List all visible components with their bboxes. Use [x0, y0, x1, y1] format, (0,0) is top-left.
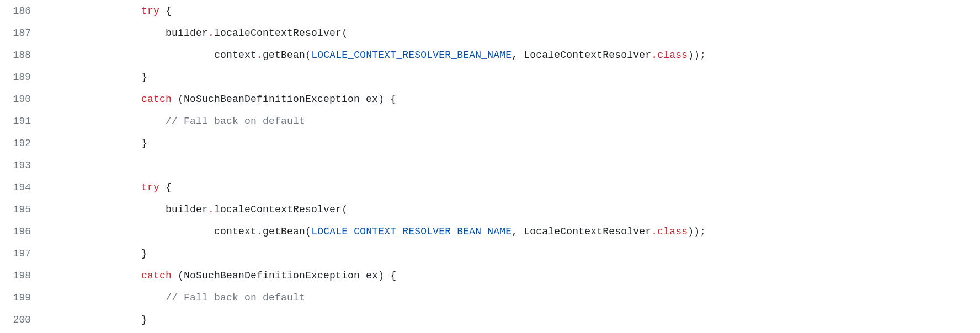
code-row[interactable]: 188 context.getBean(LOCALE_CONTEXT_RESOL… [0, 44, 980, 66]
code-line[interactable]: builder.localeContextResolver( [44, 22, 980, 44]
line-number[interactable]: 191 [0, 110, 44, 132]
tok-pun: , [512, 226, 524, 237]
line-number[interactable]: 186 [0, 0, 44, 22]
code-line[interactable] [44, 154, 980, 176]
code-row[interactable]: 200 } [0, 309, 980, 331]
code-row[interactable]: 196 context.getBean(LOCALE_CONTEXT_RESOL… [0, 221, 980, 243]
code-line[interactable]: context.getBean(LOCALE_CONTEXT_RESOLVER_… [44, 44, 980, 66]
tok-dot: . [208, 28, 214, 39]
tok-pun: { [159, 6, 172, 17]
code-line[interactable]: catch (NoSuchBeanDefinitionException ex)… [44, 88, 980, 110]
tok-pun: ( [305, 226, 311, 237]
code-row[interactable]: 199 // Fall back on default [0, 287, 980, 309]
tok-dot: . [257, 50, 263, 61]
tok-id: NoSuchBeanDefinitionException ex [184, 270, 378, 281]
tok-kw: class [657, 50, 688, 61]
tok-kw: catch [141, 94, 172, 105]
code-line[interactable]: try { [44, 0, 980, 22]
code-line[interactable]: // Fall back on default [44, 287, 980, 309]
tok-pun: ) { [378, 94, 396, 105]
tok-pun: ( [342, 28, 348, 39]
code-row[interactable]: 193 [0, 154, 980, 176]
code-row[interactable]: 194 try { [0, 176, 980, 198]
tok-pun: ( [172, 270, 184, 281]
code-line[interactable]: try { [44, 176, 980, 198]
code-row[interactable]: 195 builder.localeContextResolver( [0, 198, 980, 221]
tok-id: NoSuchBeanDefinitionException ex [184, 94, 378, 105]
tok-dot: . [208, 204, 214, 215]
tok-pun: ( [305, 50, 311, 61]
code-row[interactable]: 187 builder.localeContextResolver( [0, 22, 980, 44]
code-line[interactable]: } [44, 243, 980, 265]
tok-pun: ( [342, 204, 348, 215]
tok-pun: { [159, 182, 172, 193]
tok-kw: try [141, 6, 159, 17]
tok-pun: } [141, 138, 147, 149]
tok-pun: ( [172, 94, 184, 105]
tok-id: builder [166, 204, 208, 215]
line-number[interactable]: 199 [0, 287, 44, 309]
tok-id: localeContextResolver [214, 204, 342, 215]
line-number[interactable]: 189 [0, 66, 44, 88]
code-line[interactable]: catch (NoSuchBeanDefinitionException ex)… [44, 265, 980, 287]
code-row[interactable]: 198 catch (NoSuchBeanDefinitionException… [0, 265, 980, 287]
tok-id: LocaleContextResolver [524, 226, 651, 237]
tok-id: getBean [263, 50, 305, 61]
line-number[interactable]: 187 [0, 22, 44, 44]
tok-const: LOCALE_CONTEXT_RESOLVER_BEAN_NAME [311, 50, 512, 61]
line-number[interactable]: 192 [0, 132, 44, 154]
tok-id: context [214, 226, 257, 237]
tok-pun: } [141, 72, 147, 83]
tok-kw: try [141, 182, 159, 193]
code-row[interactable]: 186 try { [0, 0, 980, 22]
tok-id: LocaleContextResolver [524, 50, 651, 61]
tok-pun: ) { [378, 270, 396, 281]
line-number[interactable]: 195 [0, 198, 44, 221]
tok-cmt: // Fall back on default [166, 292, 305, 303]
tok-dot: . [651, 50, 657, 61]
tok-pun: )); [688, 226, 706, 237]
line-number[interactable]: 196 [0, 221, 44, 243]
code-row[interactable]: 189 } [0, 66, 980, 88]
tok-pun: } [141, 248, 147, 259]
code-block: 186 try {187 builder.localeContextResolv… [0, 0, 980, 331]
code-line[interactable]: } [44, 309, 980, 331]
code-line[interactable]: // Fall back on default [44, 110, 980, 132]
code-line[interactable]: context.getBean(LOCALE_CONTEXT_RESOLVER_… [44, 221, 980, 243]
line-number[interactable]: 188 [0, 44, 44, 66]
tok-id: getBean [263, 226, 305, 237]
tok-id: localeContextResolver [214, 28, 342, 39]
line-number[interactable]: 200 [0, 309, 44, 331]
tok-kw: class [657, 226, 688, 237]
tok-kw: catch [141, 270, 172, 281]
tok-pun: )); [688, 50, 706, 61]
tok-pun: , [512, 50, 524, 61]
tok-cmt: // Fall back on default [166, 116, 305, 127]
tok-id: builder [166, 28, 208, 39]
line-number[interactable]: 198 [0, 265, 44, 287]
code-row[interactable]: 192 } [0, 132, 980, 154]
tok-const: LOCALE_CONTEXT_RESOLVER_BEAN_NAME [311, 226, 512, 237]
line-number[interactable]: 193 [0, 154, 44, 176]
code-row[interactable]: 190 catch (NoSuchBeanDefinitionException… [0, 88, 980, 110]
tok-dot: . [257, 226, 263, 237]
code-line[interactable]: builder.localeContextResolver( [44, 198, 980, 221]
line-number[interactable]: 190 [0, 88, 44, 110]
line-number[interactable]: 197 [0, 243, 44, 265]
tok-pun: } [141, 314, 147, 325]
tok-id: context [214, 50, 257, 61]
code-line[interactable]: } [44, 132, 980, 154]
line-number[interactable]: 194 [0, 176, 44, 198]
code-row[interactable]: 197 } [0, 243, 980, 265]
code-line[interactable]: } [44, 66, 980, 88]
tok-dot: . [651, 226, 657, 237]
code-row[interactable]: 191 // Fall back on default [0, 110, 980, 132]
